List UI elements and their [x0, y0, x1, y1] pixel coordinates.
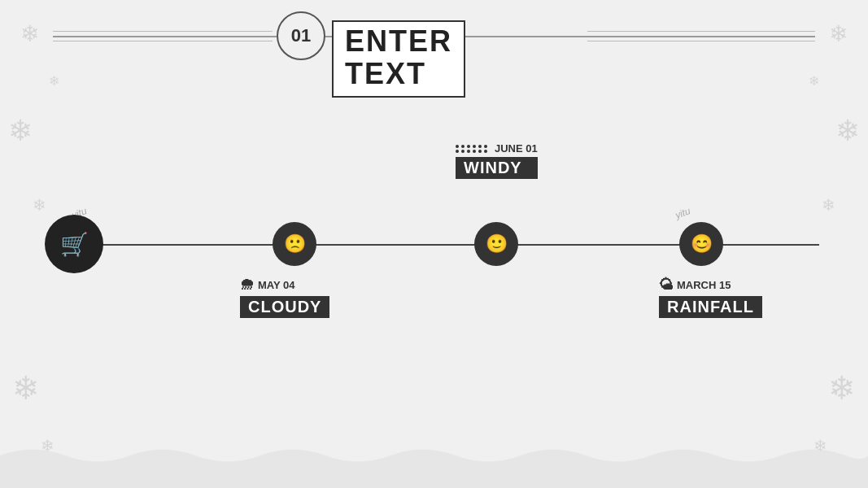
watermark-right: yitu — [674, 205, 691, 221]
timeline-node-wink[interactable]: 😊 — [679, 222, 723, 266]
timeline-node-cart[interactable]: 🛒 — [45, 215, 103, 273]
cart-icon: 🛒 — [60, 231, 89, 258]
snowflake-top-left: ❄ — [20, 20, 39, 47]
title-sub: TEXT — [345, 58, 452, 94]
step-number-text: 01 — [291, 25, 311, 46]
snowflake-top-right: ❄ — [829, 20, 848, 47]
sad-face-icon: 🙁 — [284, 233, 306, 255]
weather-card-rainfall: 🌤 MARCH 15 RAINFALL — [659, 277, 762, 318]
timeline-node-sad[interactable]: 🙁 — [273, 222, 316, 266]
cloudy-date: MAY 04 — [258, 279, 295, 291]
snowflake-bot-left: ❄ — [12, 369, 40, 407]
top-line-upper — [53, 31, 273, 32]
cloud-snow-icon: 🌨 — [240, 277, 255, 294]
snowflake-top-right2: ❄ — [809, 73, 819, 89]
wink-face-icon: 😊 — [691, 233, 713, 255]
rainfall-date: MARCH 15 — [677, 279, 731, 291]
title-box: ENTER TEXT — [332, 20, 465, 98]
top-line-lower — [53, 41, 273, 41]
snowflake-bot-right: ❄ — [828, 369, 856, 407]
cloudy-date-row: 🌨 MAY 04 — [240, 277, 329, 294]
title-main: ENTER — [345, 25, 452, 58]
weather-card-cloudy: 🌨 MAY 04 CLOUDY — [240, 277, 329, 318]
weather-card-windy: JUNE 01 WINDY — [456, 142, 538, 179]
snowflake-top-left2: ❄ — [49, 73, 59, 89]
snowflake-mid-right: ❄ — [835, 114, 860, 148]
timeline-node-smile[interactable]: 🙂 — [474, 222, 518, 266]
rainfall-date-row: 🌤 MARCH 15 — [659, 277, 762, 294]
step-number: 01 — [277, 11, 325, 60]
dots-grid-icon — [456, 145, 488, 153]
windy-date-row: JUNE 01 — [456, 142, 538, 155]
rainfall-label: RAINFALL — [659, 296, 762, 318]
snowflake-mid-left: ❄ — [8, 114, 33, 148]
top-line-lower-right — [587, 41, 815, 41]
top-line-upper-right — [587, 31, 815, 32]
windy-date: JUNE 01 — [495, 142, 538, 155]
snowflake-mid-right2: ❄ — [822, 195, 835, 215]
top-line-segment — [53, 36, 281, 37]
sun-rain-icon: 🌤 — [659, 277, 674, 294]
cloudy-label: CLOUDY — [240, 296, 329, 318]
snowflake-mid-left2: ❄ — [33, 195, 46, 215]
windy-label: WINDY — [456, 157, 538, 179]
bottom-wave-decoration — [0, 439, 868, 488]
smile-face-icon: 🙂 — [486, 233, 508, 255]
